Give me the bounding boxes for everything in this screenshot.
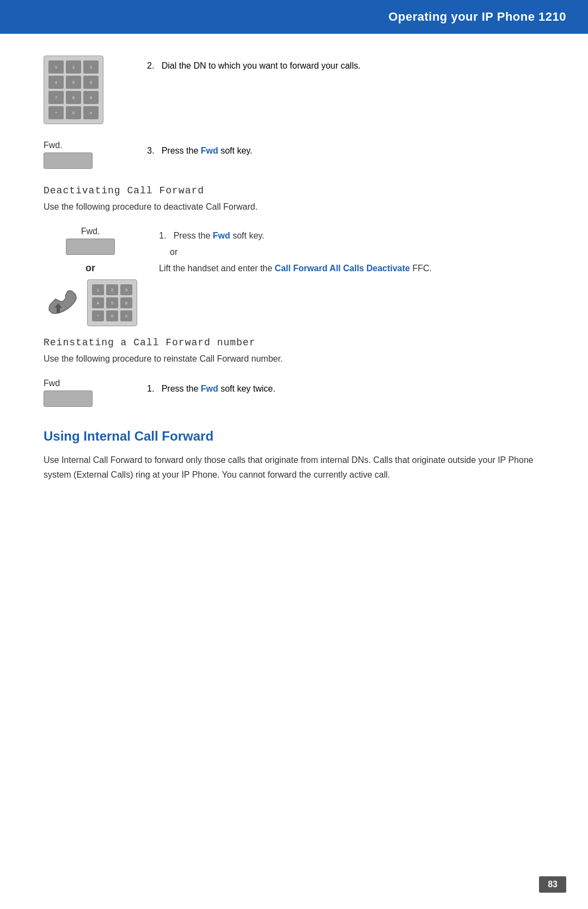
key-1: 1 (48, 60, 64, 74)
sk-0: 0 (106, 310, 118, 321)
sk-4: 4 (92, 297, 104, 308)
sk-5: 5 (106, 297, 118, 308)
step3-suffix: soft key. (218, 146, 253, 155)
sk-6: 6 (120, 297, 132, 308)
reinstating-step-text: 1. Press the Fwd soft key twice. (147, 379, 544, 394)
sk-hash: # (120, 310, 132, 321)
reinst-prefix: Press the (162, 384, 201, 393)
fwd-label-3: Fwd (44, 379, 60, 388)
reinstating-step-row: Fwd 1. Press the Fwd soft key twice. (44, 379, 544, 407)
lift-prefix: Lift the handset and enter the (159, 264, 275, 273)
step3-number: 3. (147, 146, 154, 155)
fwd-label-2: Fwd. (81, 227, 100, 236)
step3-row: Fwd. 3. Press the Fwd soft key. (44, 141, 544, 169)
step2-instruction: Dial the DN to which you want to forward… (162, 61, 360, 70)
keypad-small-icon: 1 2 3 4 5 6 * 0 # (87, 279, 137, 326)
reinstating-step-image: Fwd (44, 379, 131, 407)
step3-image: Fwd. (44, 141, 131, 169)
key-star: * (48, 106, 64, 119)
step2-row: 1 2 3 4 5 6 7 8 9 * 0 # 2. Dial the DN t… (44, 56, 544, 124)
key-8: 8 (66, 91, 81, 104)
sk-3: 3 (120, 284, 132, 295)
fwd-label-1: Fwd. (44, 141, 63, 150)
header-title: Operating your IP Phone 1210 (388, 10, 566, 24)
reinstating-heading: Reinstating a Call Forward number (44, 337, 544, 348)
step2-number: 2. (147, 61, 154, 70)
deactivating-heading: Deactivating Call Forward (44, 185, 544, 196)
key-7: 7 (48, 91, 64, 104)
key-0: 0 (66, 106, 81, 119)
handset-keypad-row: 1 2 3 4 5 6 * 0 # (44, 279, 137, 326)
key-2: 2 (66, 60, 81, 74)
reinst-suffix: soft key twice. (218, 384, 275, 393)
sk-1: 1 (92, 284, 104, 295)
deact-suffix: soft key. (230, 231, 265, 240)
deactivating-desc: Use the following procedure to deactivat… (44, 200, 544, 213)
fwd-button-2[interactable] (66, 239, 115, 255)
key-4: 4 (48, 76, 64, 89)
header-text-bold: 1210 (538, 10, 566, 23)
deactivating-step-right: 1. Press the Fwd soft key. or Lift the h… (159, 227, 544, 275)
fwd-button-3[interactable] (44, 391, 93, 407)
header-text-prefix: Operating your IP Phone (388, 10, 538, 23)
key-6: 6 (83, 76, 99, 89)
key-5: 5 (66, 76, 81, 89)
header-bar: Operating your IP Phone 1210 (0, 0, 588, 34)
step2-image: 1 2 3 4 5 6 7 8 9 * 0 # (44, 56, 131, 124)
using-internal-desc: Use Internal Call Forward to forward onl… (44, 453, 544, 482)
step2-text: 2. Dial the DN to which you want to forw… (147, 56, 544, 71)
lift-suffix: FFC. (410, 264, 432, 273)
or-label: or (85, 263, 95, 274)
deactivating-step-left: Fwd. or 1 2 3 (44, 227, 137, 326)
page-number: 83 (539, 876, 566, 893)
key-hash: # (83, 106, 99, 119)
deactivating-step1-number: 1. (159, 231, 166, 240)
key-9: 9 (83, 91, 99, 104)
keypad-icon: 1 2 3 4 5 6 7 8 9 * 0 # (44, 56, 103, 124)
deact-fwd: Fwd (213, 231, 230, 240)
lift-instruction: Lift the handset and enter the Call Forw… (159, 261, 544, 276)
step3-text: 3. Press the Fwd soft key. (147, 141, 544, 156)
sk-star: * (92, 310, 104, 321)
step3-prefix: Press the (162, 146, 201, 155)
fwd-button-1[interactable] (44, 152, 93, 169)
lift-blue: Call Forward All Calls Deactivate (275, 264, 410, 273)
using-internal-heading: Using Internal Call Forward (44, 429, 544, 444)
or-text-inline: or (170, 247, 544, 257)
key-3: 3 (83, 60, 99, 74)
reinstating-step1-number: 1. (147, 384, 154, 393)
deact-prefix: Press the (174, 231, 213, 240)
main-content: 1 2 3 4 5 6 7 8 9 * 0 # 2. Dial the DN t… (0, 34, 588, 526)
reinstating-desc: Use the following procedure to reinstate… (44, 352, 544, 365)
deactivating-step-row: Fwd. or 1 2 3 (44, 227, 544, 326)
deactivating-step1-instruction: 1. Press the Fwd soft key. (159, 229, 544, 243)
sk-2: 2 (106, 284, 118, 295)
handset-icon (44, 288, 82, 318)
step3-fwd: Fwd (201, 146, 218, 155)
reinst-fwd: Fwd (201, 384, 218, 393)
